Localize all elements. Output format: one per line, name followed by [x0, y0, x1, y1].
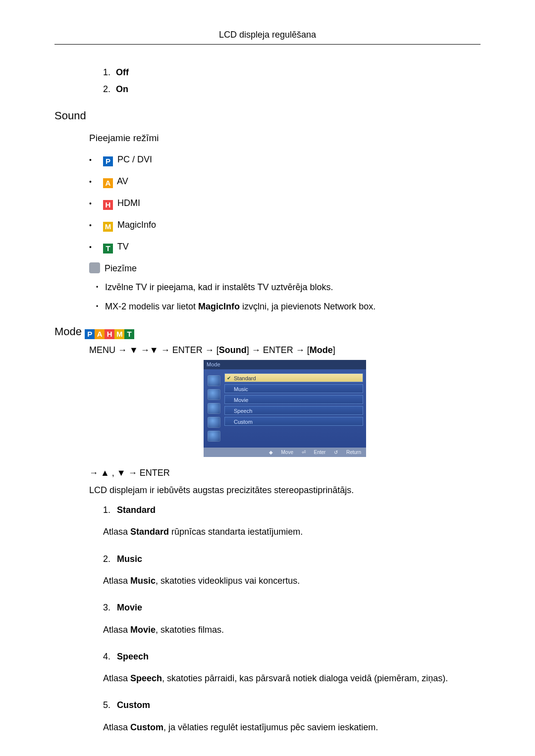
osd-move: ◆ Move: [269, 450, 293, 455]
t-icon: T: [103, 244, 113, 253]
p-icon: P: [103, 156, 113, 166]
osd-item: Speech: [224, 406, 363, 415]
list-item: 2.On: [103, 83, 481, 95]
osd-side-icon: [208, 389, 220, 400]
note-icon: [89, 262, 100, 273]
osd-enter: ⏎ Enter: [302, 450, 326, 455]
osd-side-icon: [208, 403, 220, 414]
osd-title: Mode: [204, 360, 366, 369]
notes-list: Izvēlne TV ir pieejama, kad ir instalēts…: [89, 281, 481, 312]
h-icon: H: [105, 329, 114, 339]
osd-side-icon: [208, 375, 220, 386]
osd-sidebar: [204, 372, 224, 445]
list-item: A AV: [89, 175, 481, 188]
osd-list: Standard Music Movie Speech Custom: [224, 372, 363, 445]
header-rule: [54, 44, 481, 45]
list-item: H HDMI: [89, 197, 481, 210]
available-modes-heading: Pieejamie režīmi: [89, 132, 481, 145]
page-header: LCD displeja regulēšana: [54, 30, 481, 44]
a-icon: A: [95, 329, 105, 339]
m-icon: M: [114, 329, 124, 339]
nav-updown: → ▲ , ▼ → ENTER: [89, 467, 481, 479]
t-icon: T: [124, 329, 134, 339]
mode-item: 4.Speech Atlasa Speech, skatoties pārrai…: [103, 651, 481, 685]
a-icon: A: [103, 178, 113, 188]
down-triangle-icon: ▼: [117, 468, 126, 478]
mode-item: 5.Custom Atlasa Custom, ja vēlaties regu…: [103, 699, 481, 733]
off-on-list: 1.Off 2.On: [89, 66, 481, 96]
h-icon: H: [103, 200, 113, 210]
osd-item: Movie: [224, 395, 363, 404]
osd-side-icon: [208, 417, 220, 428]
note-item: MX-2 modelis var lietot MagicInfo izvçln…: [89, 301, 481, 312]
list-item: M MagicInfo: [89, 219, 481, 232]
osd-item: Music: [224, 384, 363, 393]
mode-item: 3.Movie Atlasa Movie, skatoties filmas.: [103, 602, 481, 636]
osd-side-icon: [208, 431, 220, 442]
list-item: T TV: [89, 241, 481, 253]
up-triangle-icon: ▲: [101, 468, 109, 478]
mode-descriptions: 1.Standard Atlasa Standard rūpnīcas stan…: [89, 504, 481, 733]
mode-list: P PC / DVI A AV H HDMI M MagicInfo T TV: [89, 153, 481, 253]
mode-heading: Mode PAHMT: [54, 324, 481, 339]
osd-item-selected: Standard: [224, 373, 363, 382]
osd-return: ↺ Return: [334, 450, 361, 455]
menu-path: MENU → ▼ →▼ → ENTER → [Sound] → ENTER → …: [89, 344, 481, 356]
p-icon: P: [85, 329, 95, 339]
mode-item: 2.Music Atlasa Music, skatoties videokli…: [103, 553, 481, 587]
m-icon: M: [103, 222, 113, 232]
list-item: 1.Off: [103, 66, 481, 78]
osd-footer: ◆ Move ⏎ Enter ↺ Return: [204, 448, 366, 457]
sound-heading: Sound: [54, 108, 481, 123]
osd-screenshot: Mode Standard Music Movie Speech: [89, 360, 481, 457]
note-heading: Piezīme: [89, 262, 481, 274]
mode-body: LCD displejam ir iebūvēts augstas preciz…: [89, 484, 481, 496]
note-item: Izvēlne TV ir pieejama, kad ir instalēts…: [89, 281, 481, 293]
mode-item: 1.Standard Atlasa Standard rūpnīcas stan…: [103, 504, 481, 538]
osd-item: Custom: [224, 417, 363, 426]
mode-badges: PAHMT: [85, 325, 134, 338]
down-triangle-icon: ▼ →▼: [129, 345, 159, 355]
list-item: P PC / DVI: [89, 153, 481, 166]
